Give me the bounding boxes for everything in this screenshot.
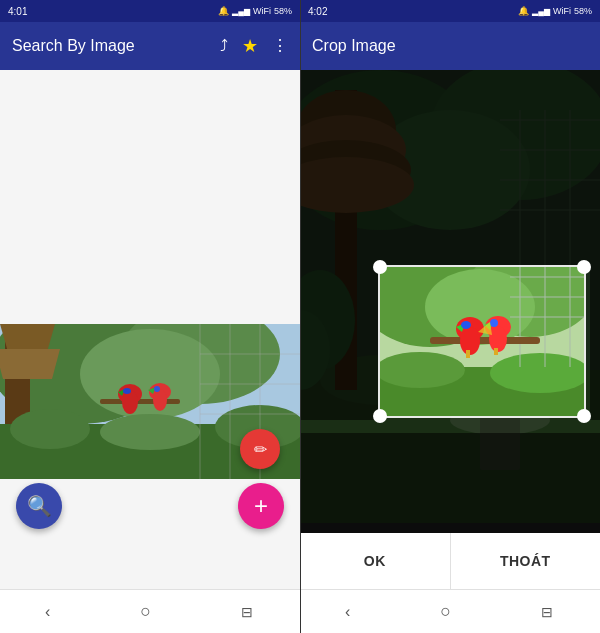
app-bar-2: Crop Image	[300, 22, 600, 70]
back-button-1[interactable]: ‹	[29, 595, 66, 629]
crop-handle-bottom-left[interactable]	[373, 409, 387, 423]
star-icon[interactable]: ★	[242, 37, 258, 55]
cancel-button[interactable]: THOÁT	[451, 533, 601, 589]
fab-edit-button[interactable]: ✏	[240, 429, 280, 469]
menu-icon[interactable]: ⋮	[272, 38, 288, 54]
crop-actions-bar: OK THOÁT	[300, 533, 600, 589]
content-area-1: ✏ 🔍 +	[0, 70, 300, 589]
svg-rect-62	[430, 337, 540, 344]
battery-2: 58%	[574, 6, 592, 16]
crop-bright-svg	[380, 267, 584, 416]
screen-1: 4:01 🔔 ▂▄▆ WiFi 58% Search By Image ⤴ ★ …	[0, 0, 300, 633]
wifi-icon-1: WiFi	[253, 6, 271, 16]
back-button-2[interactable]: ‹	[329, 595, 366, 629]
svg-point-19	[154, 386, 160, 392]
search-icon: 🔍	[27, 494, 52, 518]
home-button-2[interactable]: ○	[424, 593, 467, 630]
crop-handle-top-left[interactable]	[373, 260, 387, 274]
svg-point-8	[10, 409, 90, 449]
status-icons-1: 🔔 ▂▄▆ WiFi 58%	[218, 6, 292, 16]
status-icons-2: 🔔 ▂▄▆ WiFi 58%	[518, 6, 592, 16]
svg-rect-11	[100, 399, 180, 404]
app-bar-1: Search By Image ⤴ ★ ⋮	[0, 22, 300, 70]
crop-overlay-right	[590, 270, 600, 420]
crop-title: Crop Image	[312, 37, 588, 55]
time-1: 4:01	[8, 6, 27, 17]
app-title-1: Search By Image	[12, 37, 212, 55]
nav-bar-1: ‹ ○ ⊟	[0, 589, 300, 633]
signal-icon-2: ▂▄▆	[532, 7, 550, 16]
time-2: 4:02	[308, 6, 327, 17]
home-button-1[interactable]: ○	[124, 593, 167, 630]
signal-icon-1: ▂▄▆	[232, 7, 250, 16]
fab-add-button[interactable]: +	[238, 483, 284, 529]
crop-overlay-left	[300, 270, 380, 420]
recents-button-1[interactable]: ⊟	[225, 596, 271, 628]
crop-overlay-bottom	[300, 433, 600, 533]
fab-search-button[interactable]: 🔍	[16, 483, 62, 529]
screen-2: 4:02 🔔 ▂▄▆ WiFi 58% Crop Image	[300, 0, 600, 633]
svg-point-17	[153, 389, 167, 411]
svg-point-71	[490, 319, 498, 327]
crop-area	[300, 70, 600, 533]
app-bar-icons-1: ⤴ ★ ⋮	[220, 37, 288, 55]
svg-point-15	[123, 388, 131, 394]
crop-handle-top-right[interactable]	[577, 260, 591, 274]
svg-point-66	[461, 321, 471, 329]
crop-inner-scene	[380, 267, 584, 416]
crop-handle-bottom-right[interactable]	[577, 409, 591, 423]
battery-1: 58%	[274, 6, 292, 16]
wifi-icon-2: WiFi	[553, 6, 571, 16]
alarm-icon: 🔔	[218, 6, 229, 16]
share-icon[interactable]: ⤴	[220, 38, 228, 54]
crop-overlay-top	[300, 70, 600, 270]
recents-button-2[interactable]: ⊟	[525, 596, 571, 628]
ok-button[interactable]: OK	[300, 533, 451, 589]
svg-point-13	[122, 390, 138, 414]
nav-bar-2: ‹ ○ ⊟	[300, 589, 600, 633]
svg-point-9	[100, 414, 200, 450]
edit-icon: ✏	[254, 440, 267, 459]
crop-box[interactable]	[378, 265, 586, 418]
svg-point-3	[80, 329, 220, 419]
status-bar-2: 4:02 🔔 ▂▄▆ WiFi 58%	[300, 0, 600, 22]
svg-rect-67	[466, 350, 470, 358]
screen-divider	[300, 0, 301, 633]
add-icon: +	[254, 492, 268, 520]
svg-rect-72	[494, 348, 498, 355]
status-bar-1: 4:01 🔔 ▂▄▆ WiFi 58%	[0, 0, 300, 22]
svg-marker-6	[0, 349, 60, 379]
alarm-icon-2: 🔔	[518, 6, 529, 16]
